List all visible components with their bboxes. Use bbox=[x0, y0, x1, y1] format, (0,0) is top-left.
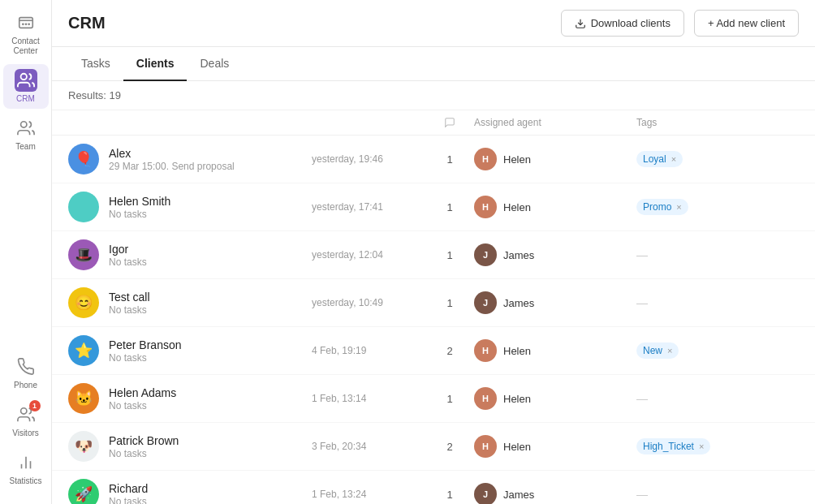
client-time: yesterday, 19:46 bbox=[312, 153, 425, 165]
tags-cell: High_Ticket × bbox=[636, 438, 799, 454]
th-time bbox=[312, 117, 425, 128]
sidebar: Contact Center CRM Team bbox=[0, 0, 52, 504]
tab-tasks[interactable]: Tasks bbox=[68, 47, 123, 81]
svg-point-2 bbox=[24, 23, 27, 25]
client-cell: 🎈 Alex 29 Mar 15:00. Send proposal bbox=[68, 144, 312, 174]
svg-point-3 bbox=[28, 23, 30, 25]
sidebar-item-label: Statistics bbox=[9, 476, 41, 486]
client-cell: ⭐ Peter Branson No tasks bbox=[68, 335, 312, 366]
client-sub: No tasks bbox=[109, 304, 150, 316]
tab-clients[interactable]: Clients bbox=[123, 47, 188, 81]
client-message-count: 1 bbox=[425, 297, 474, 309]
table-row[interactable]: 🐱 Helen Adams No tasks 1 Feb, 13:14 1 H … bbox=[52, 375, 815, 423]
tag-remove-button[interactable]: × bbox=[699, 442, 704, 451]
no-tag: — bbox=[636, 248, 648, 261]
download-clients-button[interactable]: Download clients bbox=[561, 10, 684, 37]
visitors-icon: 1 bbox=[15, 403, 37, 426]
sidebar-item-statistics[interactable]: Statistics bbox=[3, 446, 49, 491]
table-row[interactable]: Helen Smith No tasks yesterday, 17:41 1 … bbox=[52, 183, 815, 231]
agent-avatar: J bbox=[474, 243, 497, 266]
tags-cell: — bbox=[636, 488, 799, 501]
client-message-count: 1 bbox=[425, 489, 474, 501]
sidebar-item-team[interactable]: Team bbox=[3, 112, 49, 157]
client-sub: 29 Mar 15:00. Send proposal bbox=[109, 161, 235, 172]
agent-avatar: H bbox=[474, 435, 497, 458]
client-name: Patrick Brown bbox=[109, 434, 179, 447]
agent-avatar: H bbox=[474, 196, 497, 218]
add-new-client-button[interactable]: + Add new client bbox=[694, 10, 799, 37]
assigned-agent: H Helen bbox=[474, 196, 636, 218]
message-icon bbox=[444, 117, 455, 128]
client-sub: No tasks bbox=[109, 256, 147, 268]
client-avatar bbox=[68, 192, 99, 222]
assigned-agent: H Helen bbox=[474, 148, 636, 170]
agent-avatar: H bbox=[474, 387, 497, 410]
tag-remove-button[interactable]: × bbox=[667, 346, 672, 355]
download-icon bbox=[575, 18, 586, 29]
tag-remove-button[interactable]: × bbox=[676, 202, 681, 212]
crm-icon bbox=[15, 69, 37, 92]
agent-name: Helen bbox=[503, 441, 531, 453]
svg-rect-0 bbox=[19, 18, 32, 28]
table-row[interactable]: 🐶 Patrick Brown No tasks 3 Feb, 20:34 2 … bbox=[52, 423, 815, 471]
visitors-badge: 1 bbox=[29, 400, 41, 411]
sidebar-item-crm[interactable]: CRM bbox=[3, 64, 49, 109]
client-sub: No tasks bbox=[109, 352, 182, 364]
tag-remove-button[interactable]: × bbox=[671, 154, 676, 164]
table-row[interactable]: 😊 Test call No tasks yesterday, 10:49 1 … bbox=[52, 279, 815, 327]
th-agent: Assigned agent bbox=[474, 117, 636, 128]
agent-name: James bbox=[503, 249, 534, 261]
tab-deals[interactable]: Deals bbox=[187, 47, 242, 81]
tag-badge: Loyal × bbox=[636, 151, 683, 167]
sidebar-item-label: Phone bbox=[14, 381, 37, 390]
client-sub: No tasks bbox=[109, 448, 179, 459]
svg-point-6 bbox=[20, 408, 26, 414]
client-time: yesterday, 12:04 bbox=[312, 249, 425, 261]
client-avatar: 🎩 bbox=[68, 239, 99, 270]
sidebar-item-contact-center[interactable]: Contact Center bbox=[3, 6, 49, 61]
no-tag: — bbox=[636, 392, 648, 405]
client-time: 4 Feb, 19:19 bbox=[312, 345, 425, 356]
client-message-count: 1 bbox=[425, 393, 474, 405]
client-avatar: 🎈 bbox=[68, 144, 99, 174]
assigned-agent: H Helen bbox=[474, 339, 636, 362]
client-time: 3 Feb, 20:34 bbox=[312, 441, 425, 452]
client-cell: 🚀 Richard No tasks bbox=[68, 479, 312, 504]
table-row[interactable]: 🎩 Igor No tasks yesterday, 12:04 1 J Jam… bbox=[52, 231, 815, 279]
client-message-count: 1 bbox=[425, 201, 474, 213]
no-tag: — bbox=[636, 488, 648, 501]
sidebar-item-phone[interactable]: Phone bbox=[3, 351, 49, 395]
tags-cell: — bbox=[636, 296, 799, 309]
client-info: Igor No tasks bbox=[109, 243, 147, 268]
table-row[interactable]: 🚀 Richard No tasks 1 Feb, 13:24 1 J Jame… bbox=[52, 471, 815, 504]
agent-name: James bbox=[503, 297, 534, 309]
client-avatar: 🐱 bbox=[68, 383, 99, 414]
client-info: Helen Adams No tasks bbox=[109, 386, 176, 411]
client-info: Test call No tasks bbox=[109, 291, 150, 316]
tags-cell: — bbox=[636, 248, 799, 261]
contact-center-icon bbox=[15, 11, 37, 34]
table-row[interactable]: ⭐ Peter Branson No tasks 4 Feb, 19:19 2 … bbox=[52, 327, 815, 375]
client-cell: 🐶 Patrick Brown No tasks bbox=[68, 431, 312, 462]
sidebar-item-visitors[interactable]: 1 Visitors bbox=[3, 398, 49, 443]
client-message-count: 2 bbox=[425, 441, 474, 453]
client-time: 1 Feb, 13:24 bbox=[312, 489, 425, 500]
client-avatar: ⭐ bbox=[68, 335, 99, 366]
client-time: yesterday, 17:41 bbox=[312, 201, 425, 213]
table-row[interactable]: 🎈 Alex 29 Mar 15:00. Send proposal yeste… bbox=[52, 136, 815, 183]
agent-name: Helen bbox=[503, 393, 531, 405]
client-name: Alex bbox=[109, 147, 235, 160]
assigned-agent: J James bbox=[474, 483, 636, 504]
client-sub: No tasks bbox=[109, 400, 176, 411]
client-info: Helen Smith No tasks bbox=[109, 195, 170, 220]
client-name: Helen Smith bbox=[109, 195, 170, 208]
agent-avatar: J bbox=[474, 483, 497, 504]
th-tags: Tags bbox=[636, 117, 799, 128]
tags-cell: New × bbox=[636, 342, 799, 359]
agent-avatar: J bbox=[474, 291, 497, 314]
client-info: Alex 29 Mar 15:00. Send proposal bbox=[109, 147, 235, 172]
phone-icon bbox=[15, 355, 37, 378]
main-content: CRM Download clients + Add new client Ta… bbox=[52, 0, 815, 504]
client-info: Richard No tasks bbox=[109, 482, 148, 505]
client-cell: 🐱 Helen Adams No tasks bbox=[68, 383, 312, 414]
